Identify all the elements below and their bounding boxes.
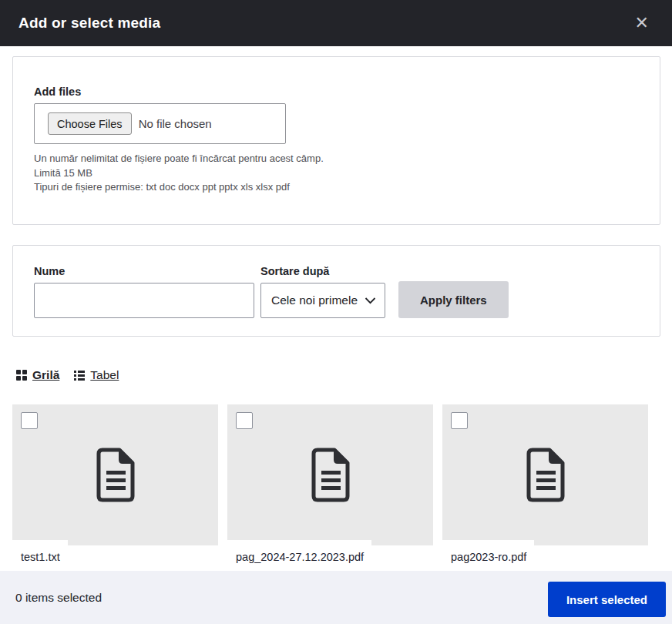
upload-help-line: Limită 15 MB bbox=[34, 166, 639, 181]
modal-footer: 0 items selected Insert selected bbox=[0, 571, 672, 624]
name-filter-label: Nume bbox=[34, 265, 254, 277]
item-checkbox[interactable] bbox=[236, 412, 253, 429]
name-filter: Nume bbox=[34, 265, 254, 318]
file-input[interactable]: Choose Files No file chosen bbox=[34, 103, 286, 144]
name-filter-input[interactable] bbox=[34, 283, 254, 318]
media-grid: test1.txt pag_2024-27.12.2023.pdf bbox=[12, 404, 660, 571]
media-filename: pag2023-ro.pdf bbox=[442, 540, 534, 571]
chevron-down-icon bbox=[365, 297, 376, 304]
list-icon bbox=[73, 369, 86, 381]
item-checkbox[interactable] bbox=[451, 412, 468, 429]
upload-help-text: Un număr nelimitat de fișiere poate fi î… bbox=[34, 152, 639, 195]
sort-filter-label: Sortare după bbox=[260, 265, 385, 277]
modal-title: Add or select media bbox=[18, 15, 160, 32]
document-icon bbox=[94, 447, 137, 503]
no-file-chosen-text: No file chosen bbox=[139, 117, 212, 130]
sort-selected-value: Cele noi primele bbox=[271, 294, 358, 307]
media-preview bbox=[227, 404, 433, 545]
upload-help-line: Un număr nelimitat de fișiere poate fi î… bbox=[34, 152, 639, 166]
apply-filters-button[interactable]: Apply filters bbox=[398, 281, 509, 318]
upload-help-line: Tipuri de fișiere permise: txt doc docx … bbox=[34, 180, 639, 195]
selected-count: 0 items selected bbox=[15, 591, 102, 605]
table-view-link[interactable]: Tabel bbox=[73, 368, 119, 382]
view-toggle: Grilă Tabel bbox=[15, 368, 119, 382]
media-filename: pag_2024-27.12.2023.pdf bbox=[227, 540, 371, 571]
media-item[interactable]: test1.txt bbox=[12, 404, 218, 571]
document-icon bbox=[524, 447, 567, 503]
upload-panel: Add files Choose Files No file chosen Un… bbox=[12, 56, 660, 225]
sort-filter: Sortare după Cele noi primele bbox=[260, 265, 385, 318]
media-preview bbox=[12, 404, 218, 545]
sort-select[interactable]: Cele noi primele bbox=[260, 283, 385, 318]
table-view-label: Tabel bbox=[90, 368, 119, 382]
choose-files-button[interactable]: Choose Files bbox=[48, 112, 132, 135]
add-files-label: Add files bbox=[34, 86, 639, 98]
grid-icon bbox=[15, 369, 28, 381]
insert-selected-button[interactable]: Insert selected bbox=[548, 582, 666, 617]
modal-header: Add or select media ✕ bbox=[0, 0, 672, 46]
item-checkbox[interactable] bbox=[21, 412, 38, 429]
media-item[interactable]: pag2023-ro.pdf bbox=[442, 404, 648, 571]
media-preview bbox=[442, 404, 648, 545]
document-icon bbox=[309, 447, 352, 503]
grid-view-link[interactable]: Grilă bbox=[15, 368, 59, 382]
media-filename: test1.txt bbox=[12, 540, 68, 571]
filters-panel: Nume Sortare după Cele noi primele Apply… bbox=[12, 245, 660, 337]
media-item[interactable]: pag_2024-27.12.2023.pdf bbox=[227, 404, 433, 571]
grid-view-label: Grilă bbox=[32, 368, 59, 382]
close-icon[interactable]: ✕ bbox=[630, 13, 654, 33]
